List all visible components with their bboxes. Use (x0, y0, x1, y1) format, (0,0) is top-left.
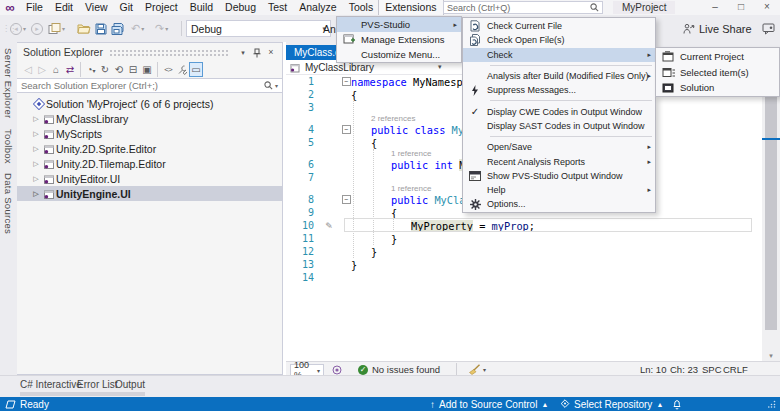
extensions-menu-item-manage-extensions[interactable]: Manage Extensions (337, 32, 461, 47)
pvs-menu-item-check-current-file[interactable]: Check Current File (463, 19, 655, 33)
pvs-menu-item-options[interactable]: Options... (463, 197, 655, 211)
open-folder-button[interactable] (77, 20, 91, 37)
tree-item-myclasslibrary[interactable]: ▷MyClassLibrary (17, 111, 282, 126)
menubar-item-project[interactable]: Project (139, 0, 184, 15)
line-ending-indicator[interactable]: CRLF (723, 364, 748, 375)
menubar-item-build[interactable]: Build (184, 0, 219, 15)
tree-item-unity-2d-tilemap-editor[interactable]: ▷Unity.2D.Tilemap.Editor (17, 156, 282, 171)
breadcrumb-project-dropdown[interactable]: MyClassLibrary (305, 62, 374, 73)
code-line-14[interactable]: 14 (286, 271, 780, 284)
health-status-label[interactable]: No issues found (372, 364, 440, 375)
scroll-down-icon[interactable]: ▾ (762, 352, 780, 360)
back-icon[interactable]: ◁ (21, 64, 35, 75)
expand-arrow-icon[interactable]: ▷ (31, 160, 41, 168)
spaces-indicator[interactable]: SPC (702, 364, 722, 375)
send-feedback-button[interactable] (762, 20, 775, 37)
menubar-item-edit[interactable]: Edit (49, 0, 79, 15)
add-to-source-control-button[interactable]: ↑ Add to Source Control ▲ (430, 397, 548, 411)
close-button[interactable]: × (754, 0, 780, 15)
undo-button[interactable]: ↶▾ (131, 20, 144, 37)
expand-arrow-icon[interactable]: ▷ (31, 130, 41, 138)
extensions-menu-item-customize-menu[interactable]: Customize Menu... (337, 47, 461, 62)
collapse-all-icon[interactable]: ⊟ (126, 64, 140, 75)
pin-icon[interactable] (250, 46, 264, 58)
bottom-tab-error-list[interactable]: Error List (77, 379, 118, 396)
scrollbar-thumb[interactable] (765, 95, 777, 330)
feedback-project-chip[interactable]: MyProject (613, 1, 675, 14)
redo-button[interactable]: ↷▾ (155, 20, 168, 37)
code-line-10[interactable]: 10✎MyProperty = myProp; (286, 219, 780, 232)
minimize-button[interactable]: – (702, 0, 728, 15)
solution-configuration-combobox[interactable]: Debug ▾ (186, 20, 331, 37)
new-project-button[interactable]: ▾ (48, 20, 65, 37)
collapse-box-icon[interactable]: − (342, 77, 351, 86)
live-share-button[interactable]: Live Share (682, 20, 752, 37)
side-tab-data-sources[interactable]: Data Sources (3, 173, 14, 234)
forward-icon[interactable]: ▷ (35, 64, 49, 75)
panel-close-icon[interactable]: × (264, 47, 278, 57)
codelens-references[interactable]: 2 references (286, 114, 415, 123)
pvs-menu-item-show-pvs-studio-output-window[interactable]: Show PVS-Studio Output Window (463, 169, 655, 183)
code-line-13[interactable]: 13} (286, 258, 780, 271)
line-indicator[interactable]: Ln: 10 (640, 364, 666, 375)
quick-search-input[interactable]: Search (Ctrl+Q) (443, 1, 603, 14)
maximize-button[interactable]: □ (728, 0, 754, 15)
menubar-item-git[interactable]: Git (114, 0, 139, 15)
check-menu-item-current-project[interactable]: Current Project (656, 49, 779, 65)
window-position-button[interactable]: ▾ (236, 47, 250, 57)
solution-explorer-header[interactable]: Solution Explorer ▾ × (17, 43, 282, 61)
code-line-12[interactable]: 12} (286, 245, 780, 258)
codelens-references[interactable]: 1 reference (286, 149, 431, 158)
menubar-item-analyze[interactable]: Analyze (293, 0, 342, 15)
save-all-button[interactable] (111, 20, 125, 37)
home-icon[interactable]: ⌂ (49, 64, 63, 75)
side-tab-server-explorer[interactable]: Server Explorer (3, 48, 14, 119)
collapse-box-icon[interactable]: − (342, 195, 351, 204)
menubar-item-tools[interactable]: Tools (343, 0, 380, 15)
switch-views-icon[interactable]: ⇄ (63, 64, 77, 75)
check-menu-item-solution[interactable]: Solution (656, 80, 779, 96)
save-button[interactable] (95, 20, 107, 37)
pvs-menu-item-recent-analysis-reports[interactable]: Recent Analysis Reports▸ (463, 154, 655, 168)
drag-texture[interactable] (109, 49, 230, 56)
tree-item-solution-myproject-6-of-6-projects[interactable]: Solution 'MyProject' (6 of 6 projects) (17, 96, 282, 111)
navigate-forward-button[interactable]: ▸ (31, 20, 43, 37)
collapse-box-icon[interactable]: − (342, 125, 351, 134)
view-code-icon[interactable]: <> (161, 65, 175, 74)
search-options-icon[interactable]: ▾ (275, 82, 278, 89)
background-tasks[interactable]: Ready (5, 397, 49, 411)
preview-selected-items-icon[interactable]: ▭ (189, 62, 203, 77)
pvs-menu-item-suppress-messages[interactable]: Suppress Messages... (463, 83, 655, 97)
chevron-down-icon[interactable]: ▾ (483, 366, 486, 373)
refresh-icon[interactable]: ⟲ (112, 64, 126, 75)
pvs-menu-item-display-sast-codes-in-output-window[interactable]: Display SAST Codes in Output Window (463, 119, 655, 133)
document-health-icon[interactable] (332, 365, 342, 375)
side-tab-toolbox[interactable]: Toolbox (3, 129, 14, 164)
menubar-item-file[interactable]: File (20, 0, 49, 15)
properties-icon[interactable] (175, 65, 189, 75)
tree-item-myscripts[interactable]: ▷MyScripts (17, 126, 282, 141)
column-indicator[interactable]: Ch: 23 (670, 364, 698, 375)
expand-arrow-icon[interactable]: ▷ (31, 190, 41, 198)
pending-changes-filter-icon[interactable]: ◔▾ (84, 64, 98, 75)
tree-item-unity-2d-sprite-editor[interactable]: ▷Unity.2D.Sprite.Editor (17, 141, 282, 156)
bottom-tab-output[interactable]: Output (115, 379, 145, 396)
tree-item-unityengine-ui[interactable]: ▷UnityEngine.UI (17, 186, 282, 201)
expand-arrow-icon[interactable]: ▷ (31, 175, 41, 183)
pvs-menu-item-display-cwe-codes-in-output-window[interactable]: ✓Display CWE Codes in Output Window (463, 104, 655, 118)
navigate-back-button[interactable]: ◂▾ (10, 20, 26, 37)
expand-arrow-icon[interactable]: ▷ (31, 115, 41, 123)
code-line-11[interactable]: 11} (286, 232, 780, 245)
pvs-menu-item-open-save[interactable]: Open/Save▸ (463, 140, 655, 154)
resize-grip[interactable] (768, 397, 776, 411)
menubar-item-test[interactable]: Test (262, 0, 293, 15)
editor-vertical-scrollbar[interactable]: ▾ (762, 60, 780, 361)
extensions-menu-item-pvs-studio[interactable]: PVS-Studio▸ (337, 17, 461, 32)
code-cleanup-button[interactable] (468, 364, 481, 375)
sync-with-active-document-icon[interactable]: ↻ (98, 64, 112, 75)
expand-arrow-icon[interactable]: ▷ (31, 145, 41, 153)
check-menu-item-selected-item-s[interactable]: Selected item(s) (656, 65, 779, 81)
menubar-item-debug[interactable]: Debug (219, 0, 262, 15)
notifications-button[interactable] (672, 397, 682, 411)
pvs-menu-item-check-open-file-s[interactable]: Check Open File(s) (463, 33, 655, 47)
